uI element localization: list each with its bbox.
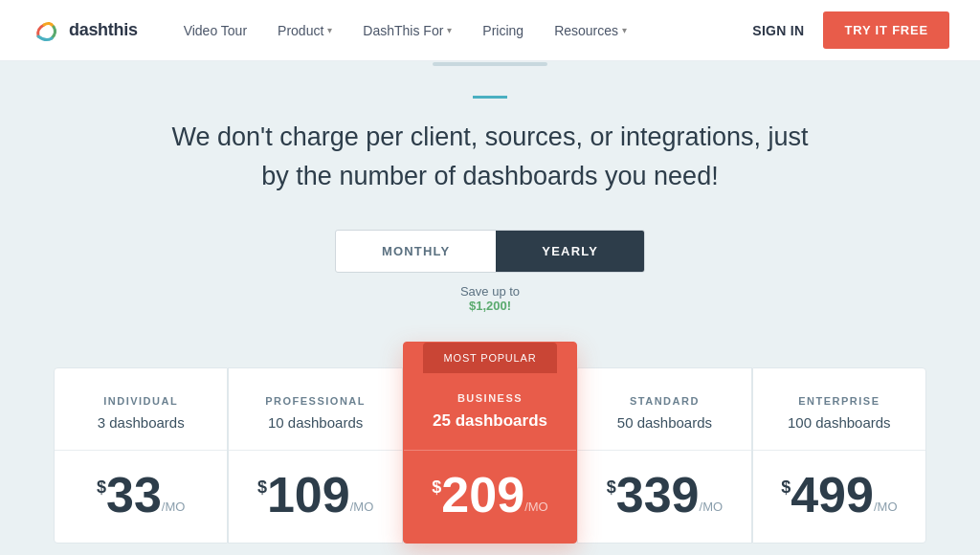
price-dollar: $	[781, 477, 791, 498]
price-mo: /MO	[162, 500, 186, 514]
price-dollar: $	[607, 477, 616, 498]
chevron-down-icon: ▾	[447, 25, 452, 35]
plan-price: $ 499 /MO	[772, 470, 906, 520]
price-amount: 499	[791, 470, 874, 520]
price-dollar: $	[97, 477, 106, 498]
plan-name: BUSINESS	[423, 392, 557, 404]
nav-pricing[interactable]: Pricing	[482, 23, 523, 38]
save-amount: $1,200!	[469, 299, 511, 313]
plan-professional: PROFESSIONAL 10 dashboards $ 109 /MO	[228, 367, 402, 544]
scroll-indicator	[433, 62, 547, 66]
plan-price: $ 109 /MO	[248, 470, 382, 520]
price-mo: /MO	[874, 500, 898, 514]
plan-standard: STANDARD 50 dashboards $ 339 /MO	[577, 367, 751, 544]
price-mo: /MO	[350, 500, 374, 514]
price-mo: /MO	[700, 500, 724, 514]
pricing-row: INDIVIDUAL 3 dashboards $ 33 /MO PROFESS…	[31, 342, 949, 544]
main-content: We don't charge per client, sources, or …	[0, 61, 980, 544]
page-headline: We don't charge per client, sources, or …	[165, 118, 815, 195]
yearly-toggle[interactable]: YEARLY	[496, 231, 644, 272]
sign-in-link[interactable]: SIGN IN	[752, 23, 804, 38]
billing-toggle: MONTHLY YEARLY	[335, 230, 645, 273]
nav-right: SIGN IN TRY IT FREE	[752, 11, 949, 49]
plan-dashboards: 10 dashboards	[248, 414, 382, 431]
plan-divider	[578, 450, 750, 451]
price-amount: 33	[106, 470, 162, 520]
chevron-down-icon: ▾	[622, 25, 627, 35]
plan-divider	[55, 450, 227, 451]
most-popular-badge: Most Popular	[423, 343, 557, 373]
plan-divider	[753, 450, 925, 451]
logo-icon	[31, 15, 61, 46]
plan-individual: INDIVIDUAL 3 dashboards $ 33 /MO	[54, 367, 228, 544]
plan-name: STANDARD	[597, 395, 731, 407]
price-amount: 109	[267, 470, 350, 520]
plan-name: INDIVIDUAL	[74, 395, 208, 407]
plan-divider	[404, 450, 576, 451]
logo-text: dashthis	[69, 20, 138, 40]
nav-links: Video Tour Product ▾ DashThis For ▾ Pric…	[184, 23, 753, 38]
plan-enterprise: ENTERPRISE 100 dashboards $ 499 /MO	[752, 367, 926, 544]
nav-video-tour[interactable]: Video Tour	[184, 23, 247, 38]
monthly-toggle[interactable]: MONTHLY	[336, 231, 496, 272]
plan-price: $ 209 /MO	[423, 470, 557, 520]
plan-dashboards: 100 dashboards	[772, 414, 906, 431]
plan-name: ENTERPRISE	[772, 395, 906, 407]
nav-product[interactable]: Product ▾	[278, 23, 332, 38]
price-dollar: $	[257, 477, 267, 498]
plan-dashboards: 3 dashboards	[74, 414, 208, 431]
plan-dashboards: 50 dashboards	[597, 414, 731, 431]
plan-name: PROFESSIONAL	[248, 395, 382, 407]
price-dollar: $	[432, 477, 441, 498]
plan-price: $ 339 /MO	[597, 470, 731, 520]
price-amount: 209	[441, 470, 524, 520]
price-amount: 339	[616, 470, 700, 520]
navbar: dashthis Video Tour Product ▾ DashThis F…	[0, 0, 980, 61]
price-mo: /MO	[524, 500, 548, 514]
try-free-button[interactable]: TRY IT FREE	[823, 11, 949, 49]
save-text: Save up to $1,200!	[460, 284, 520, 313]
plan-dashboards: 25 dashboards	[423, 411, 557, 431]
accent-line	[473, 96, 507, 99]
plan-divider	[229, 450, 401, 451]
plan-business: Most Popular BUSINESS 25 dashboards $ 20…	[403, 342, 577, 544]
logo-link[interactable]: dashthis	[31, 15, 138, 46]
nav-resources[interactable]: Resources ▾	[554, 23, 627, 38]
nav-dashthis-for[interactable]: DashThis For ▾	[363, 23, 452, 38]
chevron-down-icon: ▾	[327, 25, 332, 35]
plan-price: $ 33 /MO	[74, 470, 208, 520]
